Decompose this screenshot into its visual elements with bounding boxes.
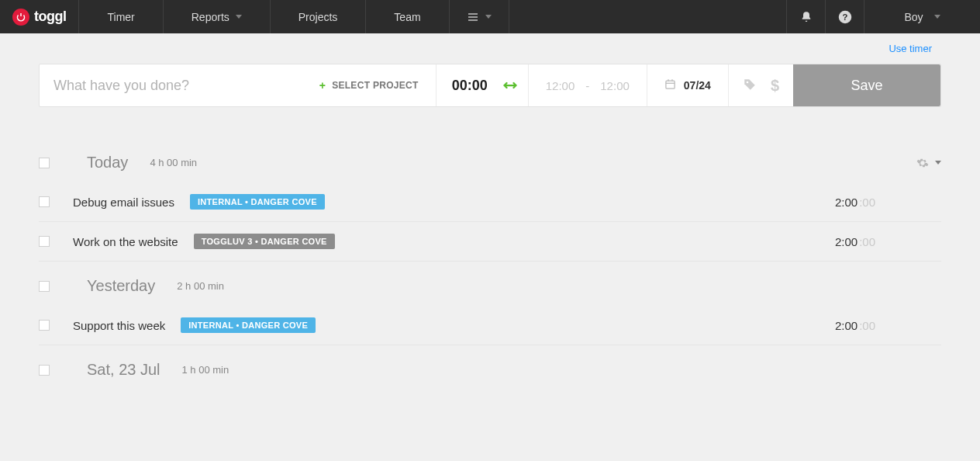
save-button[interactable]: Save bbox=[793, 64, 940, 106]
nav-notifications[interactable] bbox=[786, 0, 825, 33]
duration-display[interactable]: 00:00 bbox=[437, 64, 503, 106]
description-input[interactable] bbox=[40, 64, 302, 106]
svg-rect-6 bbox=[666, 81, 675, 88]
entry-description: Work on the website bbox=[73, 235, 178, 248]
nav-projects[interactable]: Projects bbox=[271, 0, 367, 33]
day-title: Sat, 23 Jul bbox=[87, 361, 160, 379]
day-total: 1 h 00 min bbox=[182, 364, 229, 376]
chevron-down-icon bbox=[236, 15, 242, 19]
date-picker[interactable]: 07/24 bbox=[647, 64, 728, 106]
power-icon bbox=[12, 9, 29, 26]
project-tag[interactable]: INTERNAL • DANGER COVE bbox=[190, 194, 325, 210]
checkbox[interactable] bbox=[39, 320, 50, 331]
chevron-down-icon bbox=[934, 15, 940, 19]
entry-duration: 2:00:00 bbox=[835, 196, 941, 209]
project-tag[interactable]: TOGGLUV 3 • DANGER COVE bbox=[194, 234, 335, 249]
use-timer-link-row: Use timer bbox=[0, 33, 980, 64]
svg-point-10 bbox=[747, 81, 749, 83]
day-group: Sat, 23 Jul1 h 00 min bbox=[39, 345, 941, 390]
day-group: Yesterday2 h 00 minSupport this weekINTE… bbox=[39, 262, 941, 345]
swap-icon[interactable] bbox=[503, 64, 528, 106]
day-title: Today bbox=[87, 154, 128, 172]
day-group: Today4 h 00 minDebug email issuesINTERNA… bbox=[39, 138, 941, 262]
nav-timer[interactable]: Timer bbox=[79, 0, 163, 33]
billable-icon[interactable]: $ bbox=[771, 77, 779, 95]
entry-row[interactable]: Work on the websiteTOGGLUV 3 • DANGER CO… bbox=[39, 222, 941, 262]
checkbox[interactable] bbox=[39, 196, 50, 207]
start-time: 12:00 bbox=[546, 79, 575, 92]
project-tag[interactable]: INTERNAL • DANGER COVE bbox=[181, 317, 316, 333]
entry-row[interactable]: Debug email issuesINTERNAL • DANGER COVE… bbox=[39, 182, 941, 222]
chevron-down-icon bbox=[485, 15, 492, 19]
chevron-down-icon bbox=[935, 161, 941, 165]
nav-user-menu[interactable]: Boy bbox=[864, 0, 980, 33]
gear-icon bbox=[916, 157, 929, 169]
help-icon: ? bbox=[838, 10, 852, 24]
nav-reports[interactable]: Reports bbox=[164, 0, 271, 33]
entry-row[interactable]: Support this weekINTERNAL • DANGER COVE2… bbox=[39, 306, 941, 345]
nav-more-menu[interactable] bbox=[450, 0, 509, 33]
plus-icon: + bbox=[319, 79, 326, 92]
time-range[interactable]: 12:00 - 12:00 bbox=[529, 64, 647, 106]
checkbox[interactable] bbox=[39, 158, 50, 168]
entry-description: Support this week bbox=[73, 319, 165, 332]
calendar-icon bbox=[664, 78, 676, 92]
nav-team[interactable]: Team bbox=[366, 0, 449, 33]
entry-duration: 2:00:00 bbox=[835, 235, 941, 248]
tag-icon[interactable] bbox=[743, 78, 757, 94]
day-title: Yesterday bbox=[87, 277, 155, 295]
svg-text:?: ? bbox=[842, 12, 847, 21]
bell-icon bbox=[800, 11, 813, 23]
day-header: Today4 h 00 min bbox=[39, 138, 941, 182]
checkbox[interactable] bbox=[39, 365, 50, 376]
entry-list: Today4 h 00 minDebug email issuesINTERNA… bbox=[39, 138, 941, 390]
top-nav: toggl Timer Reports Projects Team ? Boy bbox=[0, 0, 980, 33]
logo[interactable]: toggl bbox=[0, 0, 79, 33]
nav-help[interactable]: ? bbox=[825, 0, 864, 33]
logo-text: toggl bbox=[34, 9, 66, 25]
menu-icon bbox=[467, 11, 479, 23]
day-settings[interactable] bbox=[916, 157, 941, 169]
day-total: 2 h 00 min bbox=[177, 280, 224, 292]
use-timer-link[interactable]: Use timer bbox=[889, 43, 932, 54]
checkbox[interactable] bbox=[39, 236, 50, 247]
timer-bar: + SELECT PROJECT 00:00 12:00 - 12:00 07/… bbox=[39, 64, 941, 107]
entry-description: Debug email issues bbox=[73, 196, 174, 209]
end-time: 12:00 bbox=[600, 79, 630, 92]
entry-duration: 2:00:00 bbox=[835, 319, 941, 332]
checkbox[interactable] bbox=[39, 281, 50, 292]
select-project-button[interactable]: + SELECT PROJECT bbox=[302, 64, 436, 106]
day-header: Yesterday2 h 00 min bbox=[39, 262, 941, 306]
day-total: 4 h 00 min bbox=[150, 157, 197, 168]
day-header: Sat, 23 Jul1 h 00 min bbox=[39, 345, 941, 390]
